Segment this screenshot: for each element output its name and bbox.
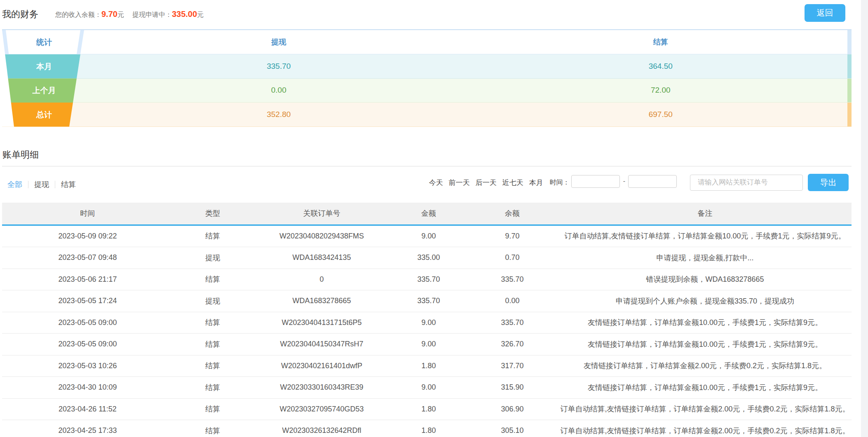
summary-row-strip	[847, 54, 852, 78]
back-button[interactable]: 返回	[805, 4, 845, 22]
summary-row-label-last-month: 上个月	[2, 85, 86, 96]
bill-table-body: 2023-05-09 09:22 结算 W202304082029438FMS …	[2, 226, 852, 437]
shortcut-today[interactable]: 今天	[429, 178, 443, 187]
order-search-input[interactable]	[690, 175, 803, 191]
cell-time: 2023-05-09 09:22	[2, 226, 173, 247]
cell-type: 提现	[173, 247, 252, 269]
table-row: 2023-04-30 10:09 结算 W20230330160343RE39 …	[2, 377, 852, 399]
date-to-input[interactable]	[628, 175, 677, 188]
cell-order: W202304082029438FMS	[252, 226, 391, 247]
summary-settle-this-month: 364.50	[470, 54, 852, 78]
table-row: 2023-05-07 09:48 提现 WDA1683424135 335.00…	[2, 247, 852, 269]
summary-corner-label: 统计	[2, 37, 86, 48]
cell-order: W20230330160343RE39	[252, 377, 391, 398]
cell-time: 2023-04-30 10:09	[2, 377, 173, 398]
summary-table: 提现 结算 335.70 364.50 0.00 72.00 352.80 69…	[2, 29, 852, 127]
cell-remark: 订单自动结算,友情链接订单结算，订单结算金额2.00元，手续费0.2元，实际结算…	[558, 420, 852, 437]
funnel-graphic: 统计 本月 上个月 总计	[2, 30, 88, 127]
cell-type: 结算	[173, 226, 252, 247]
cell-type: 提现	[173, 290, 252, 312]
cell-balance: 0.00	[466, 290, 558, 312]
cell-balance: 326.70	[466, 334, 558, 355]
section-divider	[2, 166, 852, 166]
summary-col-settle: 结算	[470, 30, 852, 54]
tab-settle[interactable]: 结算	[61, 180, 76, 189]
cell-time: 2023-05-05 09:00	[2, 312, 173, 334]
income-balance-unit: 元	[117, 11, 124, 18]
cell-time: 2023-04-26 11:52	[2, 399, 173, 420]
summary-row-total: 352.80 697.50	[2, 103, 852, 127]
col-header-order: 关联订单号	[252, 203, 391, 224]
income-balance-label: 您的收入余额：	[55, 11, 101, 18]
cell-amount: 9.00	[391, 226, 466, 247]
cell-balance: 0.70	[466, 247, 558, 269]
cell-remark: 申请提现到个人账户余额，提现金额335.70，提现成功	[558, 290, 852, 312]
table-row: 2023-05-05 09:00 结算 W20230404131715t6P5 …	[2, 312, 852, 334]
cell-remark: 友情链接订单结算，订单结算金额10.00元，手续费1元，实际结算9元。	[558, 312, 852, 334]
cell-order: W20230404131715t6P5	[252, 312, 391, 334]
cell-amount: 335.70	[391, 290, 466, 312]
col-header-time: 时间	[2, 203, 173, 224]
bill-table-header: 时间 类型 关联订单号 金额 余额 备注	[2, 203, 852, 226]
pending-withdraw-unit: 元	[197, 11, 204, 18]
cell-balance: 306.90	[466, 399, 558, 420]
time-range-label: 时间：	[550, 178, 570, 187]
bill-table: 时间 类型 关联订单号 金额 余额 备注 2023-05-09 09:22 结算…	[2, 203, 852, 437]
cell-balance: 335.70	[466, 312, 558, 334]
table-row: 2023-05-05 09:00 结算 W20230404150347RsH7 …	[2, 334, 852, 355]
scrollbar-track[interactable]	[861, 0, 868, 437]
summary-row-last-month: 0.00 72.00	[2, 79, 852, 103]
cell-order: W20230327095740GD53	[252, 399, 391, 420]
date-from-input[interactable]	[571, 175, 620, 188]
table-row: 2023-05-09 09:22 结算 W202304082029438FMS …	[2, 226, 852, 248]
summary-settle-total: 697.50	[470, 103, 852, 126]
summary-settle-last-month: 72.00	[470, 79, 852, 103]
tab-all[interactable]: 全部	[7, 180, 22, 189]
cell-remark: 友情链接订单结算，订单结算金额10.00元，手续费1元，实际结算9元。	[558, 377, 852, 398]
table-row: 2023-05-06 21:17 结算 0 335.70 335.70 错误提现…	[2, 269, 852, 291]
summary-header-row: 提现 结算	[2, 30, 852, 54]
cell-type: 结算	[173, 355, 252, 377]
shortcut-prev-day[interactable]: 前一天	[449, 178, 470, 187]
table-row: 2023-04-25 17:33 结算 W20230326132642RDfl …	[2, 420, 852, 437]
cell-amount: 1.80	[391, 420, 466, 437]
summary-withdraw-total: 352.80	[88, 103, 470, 126]
cell-time: 2023-05-07 09:48	[2, 247, 173, 269]
range-dash: -	[623, 178, 625, 185]
cell-remark: 错误提现到余额，WDA1683278665	[558, 269, 852, 290]
cell-order: 0	[252, 269, 391, 290]
cell-amount: 9.00	[391, 312, 466, 334]
cell-order: W20230404150347RsH7	[252, 334, 391, 355]
cell-remark: 友情链接订单结算，订单结算金额10.00元，手续费1元，实际结算9元。	[558, 334, 852, 355]
bill-filter-bar: 今天 前一天 后一天 近七天 本月 时间： - 导出	[429, 173, 849, 192]
cell-type: 结算	[173, 399, 252, 420]
balance-summary: 您的收入余额：9.70元提现申请中：335.00元	[55, 9, 204, 19]
table-row: 2023-05-05 17:24 提现 WDA1683278665 335.70…	[2, 290, 852, 312]
shortcut-last-7-days[interactable]: 近七天	[502, 178, 523, 187]
col-header-remark: 备注	[558, 203, 852, 224]
summary-row-strip	[847, 30, 852, 54]
cell-time: 2023-05-06 21:17	[2, 269, 173, 290]
summary-row-strip	[847, 103, 852, 126]
summary-col-withdraw: 提现	[88, 30, 470, 54]
pending-withdraw-value: 335.00	[172, 9, 197, 19]
bill-detail-title: 账单明细	[2, 149, 39, 161]
summary-row-label-this-month: 本月	[2, 61, 86, 72]
cell-time: 2023-05-03 10:26	[2, 355, 173, 377]
export-button[interactable]: 导出	[808, 174, 849, 191]
tab-withdraw[interactable]: 提现	[34, 180, 49, 189]
shortcut-next-day[interactable]: 后一天	[476, 178, 497, 187]
cell-type: 结算	[173, 334, 252, 355]
tab-separator	[55, 181, 55, 188]
cell-balance: 317.70	[466, 355, 558, 377]
shortcut-this-month[interactable]: 本月	[529, 178, 543, 187]
cell-type: 结算	[173, 377, 252, 398]
cell-type: 结算	[173, 269, 252, 290]
cell-amount: 1.80	[391, 399, 466, 420]
col-header-type: 类型	[173, 203, 252, 224]
cell-balance: 9.70	[466, 226, 558, 247]
cell-type: 结算	[173, 312, 252, 334]
cell-balance: 315.90	[466, 377, 558, 398]
cell-balance: 305.10	[466, 420, 558, 437]
cell-amount: 335.00	[391, 247, 466, 269]
